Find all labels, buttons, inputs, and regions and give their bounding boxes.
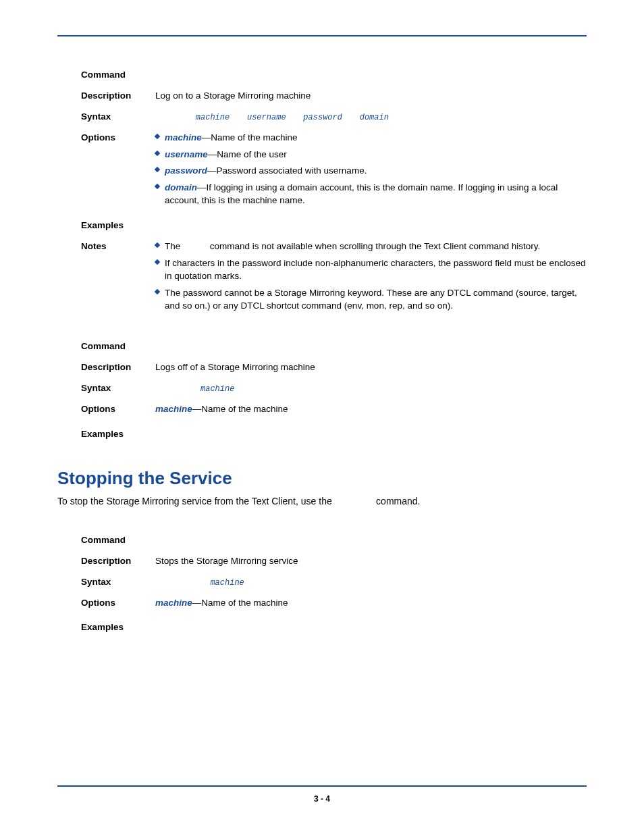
note-mono: login (183, 242, 207, 252)
syntax-arg: machine (210, 578, 244, 588)
value-description: Logs off of a Storage Mirroring machine (155, 361, 587, 374)
diamond-icon (155, 167, 160, 172)
option-key: machine (155, 404, 192, 414)
label-syntax: Syntax (81, 576, 155, 589)
command-block-logout: Command LOGOUT Description Logs off of a… (81, 340, 587, 440)
diamond-icon (155, 242, 160, 248)
option-item: machine—Name of the machine (155, 132, 587, 145)
intro-mono: shutdown (335, 498, 374, 507)
document-page: Command LOGIN Description Log on to a St… (0, 0, 644, 834)
intro-text: To stop the Storage Mirroring service fr… (57, 496, 335, 506)
label-options: Options (81, 403, 155, 416)
value-command: LOGOUT (155, 340, 587, 352)
diamond-icon (155, 150, 160, 155)
label-examples: Examples (81, 219, 155, 232)
label-description: Description (81, 90, 155, 103)
note-text: The password cannot be a Storage Mirrori… (165, 288, 577, 311)
label-notes: Notes (81, 240, 155, 253)
value-command: LOGIN (155, 69, 587, 80)
diamond-icon (155, 288, 160, 294)
label-syntax: Syntax (81, 382, 155, 395)
value-description: Stops the Storage Mirroring service (155, 555, 587, 568)
option-text: —Name of the machine (192, 404, 288, 414)
value-notes: The login command is not available when … (155, 240, 587, 316)
syntax-arg: password (303, 113, 342, 122)
syntax-arg: machine (200, 384, 234, 394)
option-text: —Name of the user (208, 149, 287, 159)
command-block-shutdown: Command SHUTDOWN Description Stops the S… (81, 534, 587, 634)
label-command: Command (81, 340, 155, 353)
bottom-rule (57, 785, 587, 787)
diamond-icon (155, 133, 160, 138)
top-rule (57, 35, 587, 36)
value-description: Log on to a Storage Mirroring machine (155, 90, 587, 103)
option-item: machine—Name of the machine (155, 597, 587, 610)
syntax-arg: username (247, 113, 286, 122)
note-item: The login command is not available when … (155, 240, 587, 253)
label-command: Command (81, 534, 155, 547)
intro-text: command. (373, 496, 420, 506)
syntax-arg: domain (360, 113, 389, 122)
syntax-arg: machine (196, 113, 230, 122)
diamond-icon (155, 259, 160, 265)
value-options: machine—Name of the machine username—Nam… (155, 132, 587, 211)
note-text: If characters in the password include no… (165, 258, 586, 281)
label-syntax: Syntax (81, 111, 155, 124)
intro-line: To stop the Storage Mirroring service fr… (57, 496, 587, 507)
section-heading: Stopping the Service (57, 468, 587, 489)
page-number: 3 - 4 (0, 794, 644, 804)
value-options: machine—Name of the machine (155, 597, 587, 614)
note-text: The (165, 241, 183, 251)
note-text: command is not available when scrolling … (207, 241, 540, 251)
option-item: domain—If logging in using a domain acco… (155, 182, 587, 207)
diamond-icon (155, 184, 160, 189)
option-text: —Password associated with username. (207, 165, 367, 176)
option-item: password—Password associated with userna… (155, 165, 587, 178)
option-key: domain (165, 182, 197, 192)
label-options: Options (81, 132, 155, 145)
label-description: Description (81, 361, 155, 374)
option-key: machine (155, 598, 192, 608)
note-item: If characters in the password include no… (155, 257, 587, 283)
option-key: machine (165, 132, 202, 142)
option-item: machine—Name of the machine (155, 403, 587, 416)
option-key: password (165, 165, 207, 176)
value-examples: login indy administrator ****** corporat… (155, 219, 587, 231)
syntax-cmd: LOGIN (155, 113, 180, 122)
label-examples: Examples (81, 428, 155, 441)
option-key: username (165, 149, 208, 159)
label-examples: Examples (81, 621, 155, 634)
value-command: SHUTDOWN (155, 534, 587, 546)
value-syntax: SHUTDOWN machine (155, 576, 587, 589)
option-item: username—Name of the user (155, 149, 587, 161)
value-syntax: LOGIN machine username password domain (155, 111, 587, 124)
label-description: Description (81, 555, 155, 568)
value-examples: logout indy (155, 428, 587, 440)
option-text: —Name of the machine (202, 132, 298, 142)
command-block-login: Command LOGIN Description Log on to a St… (81, 69, 587, 316)
value-options: machine—Name of the machine (155, 403, 587, 420)
syntax-cmd: LOGOUT (155, 384, 184, 394)
option-text: —Name of the machine (192, 598, 288, 608)
label-options: Options (81, 597, 155, 610)
value-examples: shutdown indy (155, 621, 587, 633)
label-command: Command (81, 69, 155, 82)
syntax-cmd: SHUTDOWN (155, 578, 194, 588)
value-syntax: LOGOUT machine (155, 382, 587, 395)
option-text: —If logging in using a domain account, t… (165, 182, 558, 205)
note-item: The password cannot be a Storage Mirrori… (155, 287, 587, 313)
